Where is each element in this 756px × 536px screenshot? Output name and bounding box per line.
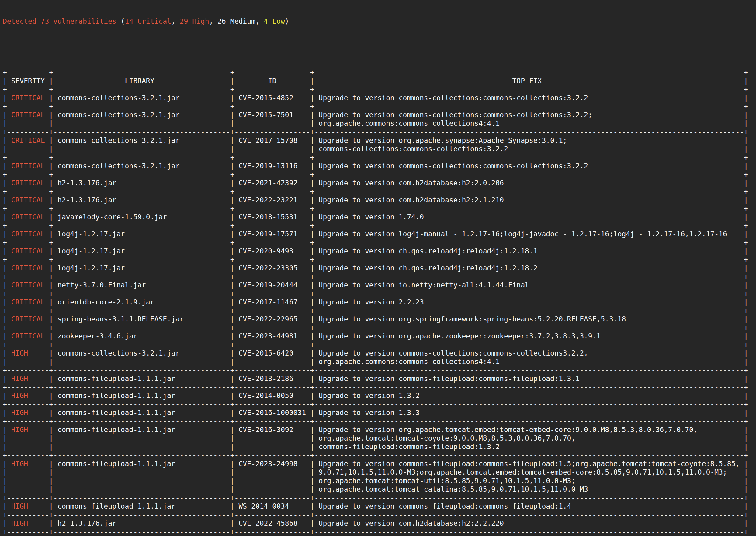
table-border: +----------+----------------------------… xyxy=(3,221,748,229)
cell-divider: | xyxy=(49,213,53,221)
column-header: | SEVERITY | LIBRARY | ID | TOP FIX | xyxy=(3,77,748,85)
table-row: | CRITICAL | commons-collections-3.2.1.j… xyxy=(3,111,756,119)
severity-cell: CRITICAL xyxy=(7,332,49,340)
cell-divider: | xyxy=(310,94,314,102)
table-row-continuation: | | | | commons-collections:commons-coll… xyxy=(3,145,756,153)
cell-divider: | xyxy=(310,196,314,204)
cell-divider: | xyxy=(230,460,234,468)
severity-cell: CRITICAL xyxy=(7,230,49,238)
cell-divider: | xyxy=(49,443,53,451)
cell-divider: | xyxy=(744,392,748,400)
severity-cell: CRITICAL xyxy=(7,179,49,187)
cell-divider: | xyxy=(49,434,53,442)
cell-divider: | xyxy=(230,111,234,119)
table-row: | CRITICAL | orientdb-core-2.1.9.jar | C… xyxy=(3,298,756,306)
top-fix-cell: org.apache.tomcat:tomcat-catalina:8.5.85… xyxy=(314,485,744,493)
cell-divider: | xyxy=(3,443,7,451)
table-border: +----------+----------------------------… xyxy=(3,239,748,247)
severity-cell xyxy=(7,468,49,476)
cell-divider: | xyxy=(3,434,7,442)
table-row: | CRITICAL | commons-collections-3.2.1.j… xyxy=(3,136,756,145)
severity-cell: CRITICAL xyxy=(7,94,49,102)
id-cell: CVE-2021-42392 xyxy=(234,179,310,187)
cell-divider: | xyxy=(744,264,748,272)
cell-divider: | xyxy=(310,247,314,255)
summary-segment: , xyxy=(255,17,264,25)
terminal-output: Detected 73 vulnerabilities (14 Critical… xyxy=(0,0,756,536)
library-cell xyxy=(53,358,230,366)
table-header-row: | SEVERITY | LIBRARY | ID | TOP FIX | xyxy=(3,77,756,85)
library-cell: log4j-1.2.17.jar xyxy=(53,230,230,238)
severity-cell: CRITICAL xyxy=(7,247,49,255)
top-fix-cell: org.apache.commons:commons-collections4:… xyxy=(314,358,744,366)
table-row: | HIGH | commons-fileupload-1.1.1.jar | … xyxy=(3,374,756,383)
severity-cell xyxy=(7,485,49,493)
cell-divider: | xyxy=(49,349,53,357)
cell-divider: | xyxy=(310,477,314,485)
table-separator-row: +----------+----------------------------… xyxy=(3,255,756,264)
id-cell: CVE-2015-7501 xyxy=(234,111,310,119)
table-row: | CRITICAL | netty-3.7.0.Final.jar | CVE… xyxy=(3,281,756,289)
id-cell xyxy=(234,358,310,366)
id-cell: CVE-2015-6420 xyxy=(234,349,310,357)
vulnerability-table: +----------+----------------------------… xyxy=(3,68,756,536)
cell-divider: | xyxy=(310,460,314,468)
severity-cell: CRITICAL xyxy=(7,298,49,306)
severity-cell: HIGH xyxy=(7,426,49,434)
id-cell: CVE-2023-44981 xyxy=(234,332,310,340)
summary-segment: 26 Medium xyxy=(217,17,255,25)
table-border: +----------+----------------------------… xyxy=(3,400,748,408)
cell-divider: | xyxy=(3,196,7,204)
cell-divider: | xyxy=(310,409,314,417)
library-cell: commons-fileupload-1.1.1.jar xyxy=(53,460,230,468)
cell-divider: | xyxy=(3,426,7,434)
table-row: | CRITICAL | zookeeper-3.4.6.jar | CVE-2… xyxy=(3,332,756,340)
cell-divider: | xyxy=(230,409,234,417)
cell-divider: | xyxy=(744,230,748,238)
table-border: +----------+----------------------------… xyxy=(3,128,748,136)
table-border: +----------+----------------------------… xyxy=(3,417,748,425)
cell-divider: | xyxy=(49,111,53,119)
cell-divider: | xyxy=(310,136,314,144)
cell-divider: | xyxy=(310,179,314,187)
table-border: +----------+----------------------------… xyxy=(3,68,748,76)
library-cell xyxy=(53,119,230,127)
summary-segment: 4 Low xyxy=(264,17,285,25)
top-fix-cell: Upgrade to version org.springframework:s… xyxy=(314,315,744,323)
cell-divider: | xyxy=(744,485,748,493)
table-border: +----------+----------------------------… xyxy=(3,153,748,161)
table-row-continuation: | | | | org.apache.commons:commons-colle… xyxy=(3,119,756,128)
cell-divider: | xyxy=(744,519,748,527)
cell-divider: | xyxy=(744,196,748,204)
cell-divider: | xyxy=(230,179,234,187)
table-row: | HIGH | commons-fileupload-1.1.1.jar | … xyxy=(3,391,756,400)
top-fix-cell: Upgrade to version commons-collections:c… xyxy=(314,162,744,170)
id-cell xyxy=(234,468,310,476)
table-border: +----------+----------------------------… xyxy=(3,307,748,315)
table-separator-row: +----------+----------------------------… xyxy=(3,85,756,94)
cell-divider: | xyxy=(230,375,234,383)
cell-divider: | xyxy=(230,196,234,204)
library-cell xyxy=(53,468,230,476)
library-cell xyxy=(53,485,230,493)
cell-divider: | xyxy=(744,213,748,221)
cell-divider: | xyxy=(744,434,748,442)
severity-cell: CRITICAL xyxy=(7,111,49,119)
top-fix-cell: Upgrade to version commons-fileupload:co… xyxy=(314,460,744,468)
severity-cell xyxy=(7,145,49,153)
top-fix-cell: Upgrade to version org.apache.zookeeper:… xyxy=(314,332,744,340)
id-cell: CVE-2016-1000031 xyxy=(234,409,310,417)
severity-cell xyxy=(7,443,49,451)
summary-segment: 29 High xyxy=(180,17,209,25)
id-cell: CVE-2019-20444 xyxy=(234,281,310,289)
table-row: | CRITICAL | commons-collections-3.2.1.j… xyxy=(3,94,756,102)
top-fix-cell: Upgrade to version com.h2database:h2:2.0… xyxy=(314,179,744,187)
id-cell: CVE-2023-24998 xyxy=(234,460,310,468)
cell-divider: | xyxy=(310,443,314,451)
table-row: | HIGH | commons-fileupload-1.1.1.jar | … xyxy=(3,459,756,468)
table-border: +----------+----------------------------… xyxy=(3,511,748,519)
severity-cell xyxy=(7,477,49,485)
table-separator-row: +----------+----------------------------… xyxy=(3,451,756,459)
cell-divider: | xyxy=(744,247,748,255)
library-cell: commons-collections-3.2.1.jar xyxy=(53,162,230,170)
